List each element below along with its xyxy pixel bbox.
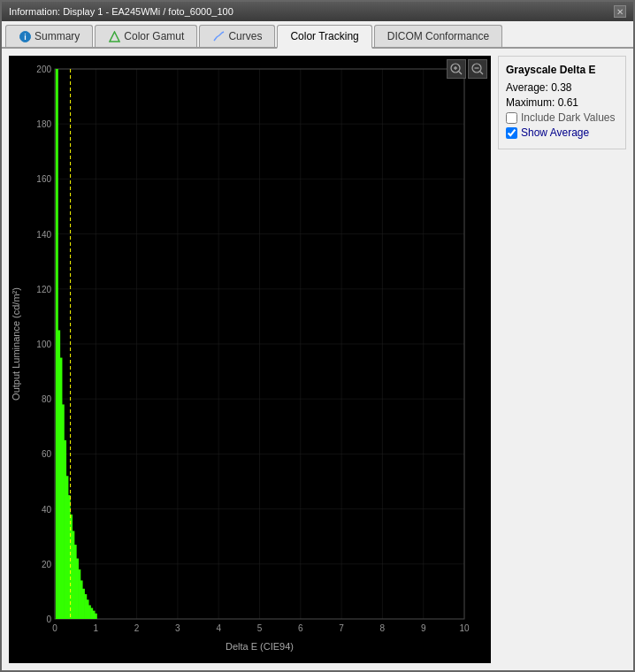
title-bar: Information: Display 1 - EA245WMi / foto… [2,2,633,21]
tab-curves-label: Curves [228,30,262,42]
window-title: Information: Display 1 - EA245WMi / foto… [9,6,233,17]
show-average-row: Show Average [506,126,618,139]
zoom-in-button[interactable] [447,59,466,79]
main-window: Information: Display 1 - EA245WMi / foto… [0,0,635,672]
grayscale-delta-panel: Grayscale Delta E Average: 0.38 Maximum:… [498,56,626,149]
chart-canvas [9,56,491,663]
average-label: Average: [506,81,548,94]
show-average-checkbox[interactable] [506,127,517,139]
tab-color-gamut[interactable]: Color Gamut [95,25,197,47]
panel-title: Grayscale Delta E [506,64,618,76]
include-dark-checkbox[interactable] [506,112,517,124]
average-row: Average: 0.38 [506,81,618,94]
maximum-label: Maximum: [506,96,555,109]
tab-summary-label: Summary [34,30,80,42]
svg-line-6 [459,72,462,74]
tab-color-tracking-label: Color Tracking [290,30,358,42]
svg-text:i: i [24,33,27,42]
side-panel: Grayscale Delta E Average: 0.38 Maximum:… [498,56,626,663]
chart-toolbar [447,59,487,79]
average-value: 0.38 [551,81,571,94]
info-icon: i [19,30,31,42]
zoom-out-button[interactable] [468,59,487,79]
maximum-row: Maximum: 0.61 [506,96,618,109]
chart-container [9,56,491,663]
maximum-value: 0.61 [558,96,578,109]
svg-line-9 [480,72,483,74]
triangle-icon [108,30,120,42]
curves-icon [212,30,225,42]
show-average-label[interactable]: Show Average [521,126,589,139]
include-dark-row: Include Dark Values [506,111,618,124]
include-dark-label[interactable]: Include Dark Values [521,111,616,124]
tab-bar: i Summary Color Gamut Curves [2,21,633,49]
tab-color-tracking[interactable]: Color Tracking [277,25,371,49]
close-button[interactable]: ✕ [614,5,626,18]
tab-dicom-label: DICOM Conformance [387,30,489,42]
tab-color-gamut-label: Color Gamut [124,30,184,42]
svg-marker-2 [110,32,119,42]
tab-summary[interactable]: i Summary [5,25,93,47]
tab-curves[interactable]: Curves [199,25,275,47]
content-area: Grayscale Delta E Average: 0.38 Maximum:… [2,49,633,670]
tab-dicom[interactable]: DICOM Conformance [374,25,502,47]
